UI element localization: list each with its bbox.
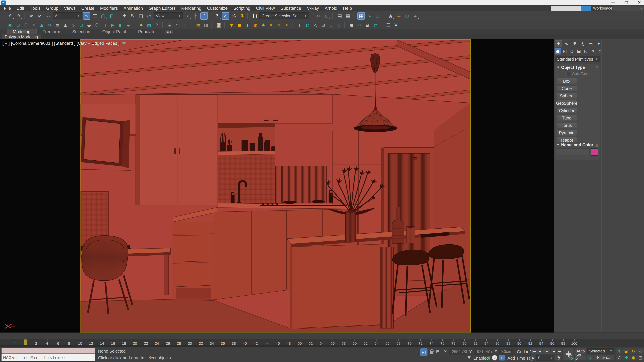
set-keys-button[interactable]: ✚ (563, 349, 574, 360)
cone-button[interactable]: Cone (556, 85, 577, 91)
menu-rendering[interactable]: Rendering (178, 5, 204, 11)
maxscript-mini-listener[interactable]: MAXScript Mini Listener (1, 348, 95, 362)
edit-named-selection-sets-icon[interactable]: {} (251, 12, 258, 19)
corona-sphere-icon[interactable]: ● (348, 22, 355, 28)
vray-sun-icon[interactable]: ☀ (30, 22, 38, 28)
app-icon[interactable]: MAX (1, 0, 6, 5)
undo-icon[interactable]: ↶ (7, 12, 14, 19)
dolly-camera-button[interactable]: ⇕ (616, 349, 622, 354)
viewport-label-text[interactable]: [ + ] [Corona Camera001 ] [Standard ] [C… (2, 41, 120, 46)
pyramid-button[interactable]: Pyramid (556, 130, 577, 136)
selection-lock-body[interactable] (430, 352, 433, 354)
security-count-badge[interactable]: 0 (492, 355, 498, 361)
tab-freeform[interactable]: Freeform (36, 29, 66, 34)
vray-light-icon[interactable]: Ϙ (22, 22, 30, 28)
selection-filter-dropdown[interactable]: All▼ (53, 12, 82, 19)
cylinder-button[interactable]: Cylinder (556, 108, 577, 114)
maximize-viewport-toggle-button[interactable]: ◳ (637, 355, 644, 361)
object-color-swatch[interactable] (591, 148, 598, 156)
go-to-start-button[interactable]: |◀◀ (531, 349, 537, 354)
polygon-modeling-panel[interactable]: Polygon Modeling (2, 34, 41, 39)
tab-populate[interactable]: Populate (132, 29, 162, 34)
spinner-snap-toggle-icon[interactable]: ⇅ (238, 12, 246, 19)
corona-light-mushroom-icon[interactable]: ♣ (260, 22, 267, 28)
default-tangent-button[interactable]: ∿ (587, 355, 593, 360)
corona-doc-edit-icon[interactable]: ▥ (202, 22, 210, 28)
unlink-selection-icon[interactable]: ⊘ (36, 12, 44, 19)
key-filters-button[interactable]: Filters... (594, 355, 614, 360)
add-time-tag[interactable]: Add Time Tag (508, 356, 533, 361)
toggle-scene-explorer-icon[interactable]: ▤ (336, 12, 344, 19)
tab-object-paint[interactable]: Object Paint (96, 29, 132, 34)
scene-security-shield-icon[interactable]: ▼ (467, 355, 472, 361)
corona-converter-icon[interactable]: ⇄ (372, 22, 379, 28)
camera-render-region[interactable] (80, 39, 470, 333)
go-to-end-button[interactable]: ▶▶| (557, 349, 562, 354)
corona-light-cone-icon[interactable]: ▼ (228, 22, 235, 28)
selected-set-dropdown[interactable]: Selected ▼ (587, 349, 614, 354)
ribbon-config-dropdown[interactable]: ▣ ▾ (165, 30, 173, 34)
corona-vfb-icon[interactable]: V (392, 22, 400, 28)
workspaces-search-box[interactable] (551, 6, 581, 11)
menu-graph-editors[interactable]: Graph Editors (146, 5, 178, 11)
time-configuration-button[interactable]: ◔ (556, 355, 561, 361)
corona-flame-icon[interactable]: ♨ (336, 22, 342, 28)
x-coordinate-field[interactable]: -2654.786c (449, 349, 467, 355)
select-and-link-icon[interactable]: ∞ (28, 12, 36, 19)
absolute-mode-icon[interactable]: ⊞ (436, 349, 440, 354)
tab-selection[interactable]: Selection (66, 29, 96, 34)
vray-scatter-icon[interactable]: ▲ (62, 22, 69, 28)
viewport[interactable]: [ + ] [Corona Camera001 ] [Standard ] [C… (0, 39, 554, 333)
primitives-dropdown[interactable]: Standard Primitives ▼ (555, 56, 600, 62)
isolate-selection-toggle[interactable]: ◱ (420, 349, 428, 356)
vray-tree-icon[interactable]: ▲ (38, 22, 45, 28)
sphere-button[interactable]: Sphere (556, 93, 577, 99)
menu-civil-view[interactable]: Civil View (253, 5, 278, 11)
drag-dots-icon[interactable]: ⣿ (596, 66, 598, 69)
corona-light-disc-icon[interactable]: ◗ (244, 22, 251, 28)
corona-multimap-icon[interactable]: ∷ (356, 22, 363, 28)
redo-icon[interactable]: ↷ (15, 12, 22, 19)
vray-render-panel-icon[interactable]: ▶ (109, 22, 116, 28)
cameras-category[interactable]: ▣ (576, 48, 582, 54)
menu-create[interactable]: Create (78, 5, 97, 11)
menu-edit[interactable]: Edit (14, 5, 27, 11)
select-and-scale-icon[interactable]: ◱ (137, 12, 144, 19)
toggle-ribbon-icon[interactable]: ▦ (358, 12, 365, 19)
named-selection-sets-dropdown[interactable]: Create Selection Set▼ (260, 12, 309, 19)
window-crossing-toggle-icon[interactable]: ◧ (108, 12, 115, 19)
tab-modeling[interactable]: Modeling (7, 29, 36, 34)
menu-help[interactable]: Help (340, 5, 355, 11)
roll-camera-button[interactable]: ↻ (630, 349, 636, 354)
object-type-rollout-header[interactable]: Object Type ⣿ (555, 64, 600, 70)
orbit-camera-button[interactable]: ◉ (630, 355, 636, 361)
set-key-button[interactable]: Set K. (575, 355, 586, 360)
field-of-view-button[interactable]: ∠ (616, 355, 622, 361)
schematic-view-icon[interactable]: ⊡ (374, 12, 381, 19)
autogrid-checkbox[interactable] (566, 72, 570, 76)
select-and-rotate-icon[interactable]: ↻ (129, 12, 136, 19)
box-button[interactable]: Box (556, 78, 577, 84)
menu-substance[interactable]: Substance (278, 5, 304, 11)
corona-tripod-icon[interactable]: △ (312, 22, 319, 28)
panel-scrollbar[interactable] (601, 40, 602, 332)
menu-v-ray[interactable]: V-Ray (304, 5, 322, 11)
corona-light-lister-icon[interactable]: ▤ (195, 22, 202, 28)
vray-material-icon[interactable]: ◒ (86, 22, 92, 28)
corona-camera-icon[interactable]: ◙ (215, 22, 222, 28)
zoom-region-button[interactable]: ◱ (637, 349, 644, 354)
systems-category[interactable]: ⚙ (597, 48, 603, 54)
menu-arnold[interactable]: Arnold (322, 5, 340, 11)
angle-snap-toggle-icon[interactable]: ∠ (222, 12, 229, 19)
shapes-category[interactable]: ◰ (562, 48, 568, 54)
key-mode-toggle[interactable]: ◀▶ (530, 356, 535, 360)
select-object-icon[interactable]: ↖ (83, 12, 90, 19)
vray-flame-icon[interactable]: ♨ (70, 22, 77, 28)
select-and-place-icon[interactable]: ◔ (146, 12, 153, 19)
keyboard-shortcut-override-icon[interactable]: ↑ (200, 12, 208, 19)
forest-pack-icon[interactable]: ♠ (138, 22, 145, 28)
menu-customize[interactable]: Customize (204, 5, 230, 11)
render-production-icon[interactable]: ☕ (412, 12, 419, 19)
track-bar[interactable]: ☰∿ 0246810121416182022242628303234363840… (0, 339, 644, 347)
corona-dome-icon[interactable]: ◠ (174, 22, 181, 28)
